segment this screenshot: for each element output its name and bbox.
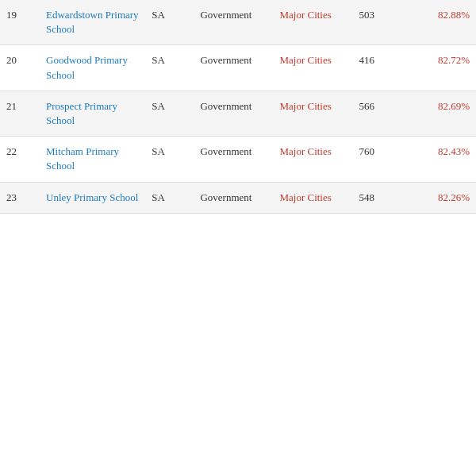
score-cell: 82.88% [405, 0, 476, 45]
table-row: 19 Edwardstown Primary School SA Governm… [0, 0, 476, 45]
rank-cell: 22 [0, 137, 40, 182]
rank-cell: 19 [0, 0, 40, 45]
score-cell: 82.72% [405, 45, 476, 91]
state-cell: SA [145, 182, 194, 213]
students-cell: 503 [352, 0, 405, 45]
school-name-cell[interactable]: Mitcham Primary School [40, 137, 145, 182]
sector-cell: Government [194, 0, 273, 45]
score-cell: 82.69% [405, 91, 476, 136]
region-cell: Major Cities [273, 91, 352, 136]
students-cell: 416 [352, 45, 405, 91]
school-name-cell[interactable]: Goodwood Primary School [40, 45, 145, 91]
state-cell: SA [145, 137, 194, 182]
table-row: 22 Mitcham Primary School SA Government … [0, 137, 476, 182]
table-row: 20 Goodwood Primary School SA Government… [0, 45, 476, 91]
score-cell: 82.26% [405, 182, 476, 213]
state-cell: SA [145, 91, 194, 136]
state-cell: SA [145, 45, 194, 91]
schools-table: 19 Edwardstown Primary School SA Governm… [0, 0, 476, 214]
region-cell: Major Cities [273, 137, 352, 182]
rank-cell: 20 [0, 45, 40, 91]
school-name-cell[interactable]: Unley Primary School [40, 182, 145, 213]
state-cell: SA [145, 0, 194, 45]
school-name-cell[interactable]: Prospect Primary School [40, 91, 145, 136]
region-cell: Major Cities [273, 0, 352, 45]
sector-cell: Government [194, 45, 273, 91]
rank-cell: 21 [0, 91, 40, 136]
sector-cell: Government [194, 91, 273, 136]
table-row: 21 Prospect Primary School SA Government… [0, 91, 476, 136]
sector-cell: Government [194, 182, 273, 213]
school-name-cell[interactable]: Edwardstown Primary School [40, 0, 145, 45]
region-cell: Major Cities [273, 45, 352, 91]
sector-cell: Government [194, 137, 273, 182]
students-cell: 566 [352, 91, 405, 136]
students-cell: 760 [352, 137, 405, 182]
students-cell: 548 [352, 182, 405, 213]
score-cell: 82.43% [405, 137, 476, 182]
rank-cell: 23 [0, 182, 40, 213]
region-cell: Major Cities [273, 182, 352, 213]
table-row: 23 Unley Primary School SA Government Ma… [0, 182, 476, 213]
